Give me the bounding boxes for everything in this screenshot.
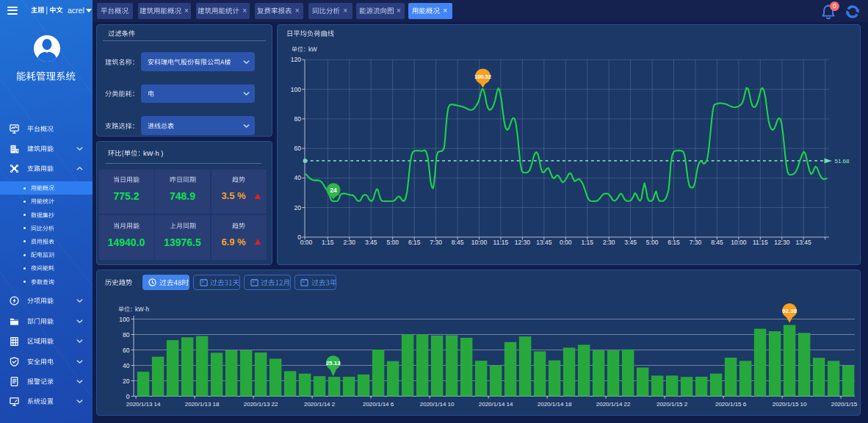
svg-text:80: 80: [123, 331, 130, 339]
svg-text:60: 60: [123, 347, 130, 354]
svg-text:100.52: 100.52: [474, 73, 491, 80]
svg-text:0:00: 0:00: [560, 239, 572, 246]
svg-text:5:00: 5:00: [386, 239, 399, 246]
svg-text:1:15: 1:15: [322, 239, 334, 246]
svg-text:2020/1/14 10: 2020/1/14 10: [419, 401, 454, 408]
svg-text:2020/1/15 6: 2020/1/15 6: [715, 401, 746, 408]
svg-text:100: 100: [119, 316, 129, 323]
svg-text:10:00: 10:00: [731, 239, 747, 246]
svg-text:13:45: 13:45: [536, 239, 552, 246]
svg-text:11:15: 11:15: [493, 239, 508, 246]
svg-text:8:45: 8:45: [451, 239, 463, 246]
svg-text:40: 40: [123, 362, 130, 369]
svg-text:0: 0: [126, 393, 129, 400]
svg-text:20: 20: [123, 377, 130, 385]
svg-text:2020/1/14 22: 2020/1/14 22: [596, 401, 630, 408]
svg-text:6:15: 6:15: [408, 239, 420, 246]
svg-text:3:45: 3:45: [624, 239, 637, 246]
svg-text:13:45: 13:45: [795, 239, 811, 246]
svg-text:2020/1/14 14: 2020/1/14 14: [478, 401, 513, 408]
svg-text:10:00: 10:00: [471, 239, 487, 246]
svg-text:100: 100: [290, 86, 300, 93]
svg-text:2020/1/15 10: 2020/1/15 10: [772, 401, 806, 408]
svg-text:51.68: 51.68: [834, 158, 850, 164]
svg-text:20: 20: [294, 204, 301, 212]
svg-text:2020/1/15 2: 2020/1/15 2: [656, 401, 687, 408]
svg-text:25.13: 25.13: [325, 360, 341, 366]
svg-text:2020/1/14 6: 2020/1/14 6: [362, 401, 394, 408]
svg-text:12:30: 12:30: [514, 239, 530, 246]
svg-text:24: 24: [330, 187, 337, 194]
svg-text:2020/1/14 18: 2020/1/14 18: [537, 401, 571, 408]
svg-text:7:30: 7:30: [430, 239, 442, 246]
svg-text:0:00: 0:00: [300, 239, 312, 246]
svg-text:8:45: 8:45: [711, 239, 723, 246]
svg-text:120: 120: [290, 56, 300, 63]
svg-text:60: 60: [294, 145, 301, 152]
svg-text:2020/1/13 22: 2020/1/13 22: [243, 401, 278, 408]
svg-text:3:45: 3:45: [364, 239, 377, 246]
svg-text:2020/1/13 14: 2020/1/13 14: [126, 401, 160, 408]
svg-text:6:15: 6:15: [668, 239, 680, 246]
svg-text:2020/1/13 18: 2020/1/13 18: [184, 401, 219, 408]
svg-text:80: 80: [294, 115, 301, 123]
svg-text:11:15: 11:15: [752, 239, 767, 246]
svg-text:5:00: 5:00: [645, 239, 658, 246]
svg-text:92.38: 92.38: [782, 308, 798, 314]
svg-text:2020/1/14 2: 2020/1/14 2: [303, 401, 335, 408]
svg-text:1:15: 1:15: [581, 239, 593, 246]
svg-text:2:30: 2:30: [602, 239, 615, 246]
svg-text:2020/1/15: 2020/1/15: [831, 401, 857, 408]
svg-text:2:30: 2:30: [343, 239, 355, 246]
svg-text:7:30: 7:30: [689, 239, 701, 246]
svg-text:40: 40: [294, 174, 301, 181]
svg-text:12:30: 12:30: [774, 239, 790, 246]
